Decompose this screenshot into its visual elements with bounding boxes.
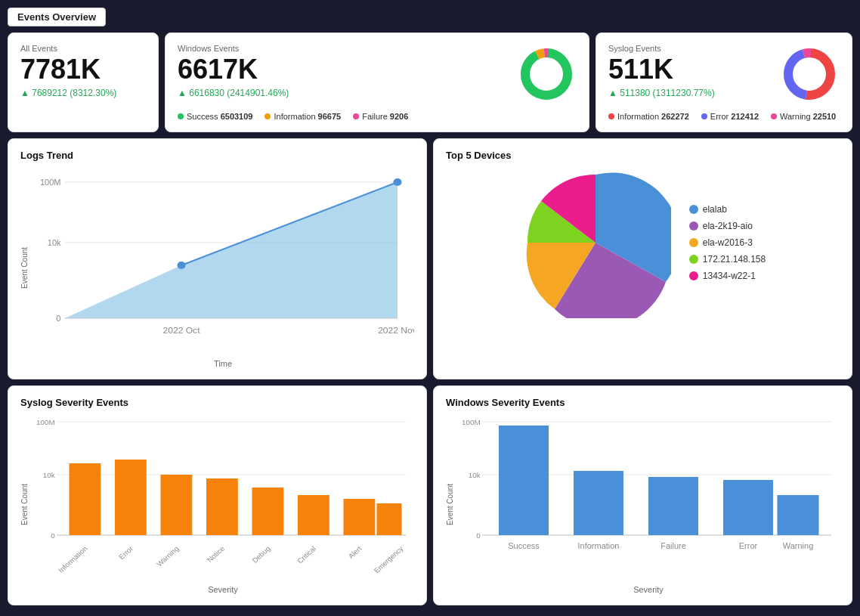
syslog-label: Syslog Events [608,44,715,53]
top-row: All Events 7781K 7689212 (8312.30%) Wind… [8,33,852,132]
elalab-dot [689,205,698,214]
svg-rect-32 [206,478,238,535]
svg-text:100M: 100M [462,418,481,426]
info-label: Information 96675 [274,112,341,121]
windows-top: Windows Events 6617K 6616830 (2414901.46… [178,44,577,104]
dashboard: Events Overview All Events 7781K 7689212… [8,8,852,605]
svg-point-9 [794,59,824,89]
svg-text:100M: 100M [40,178,60,186]
syslog-sev-inner: 100M 10k 0 [32,414,414,594]
syslog-events-card: Syslog Events 511K 511380 (1311230.77%) [596,33,852,132]
middle-row: Logs Trend Event Count 100M 10k 0 [8,138,852,379]
all-events-label: All Events [20,44,146,53]
legend-elaw2016: ela-w2016-3 [689,237,766,248]
bottom-row: Syslog Severity Events Event Count 100M … [8,385,852,605]
all-events-delta: 7689212 (8312.30%) [20,88,146,98]
syslog-left: Syslog Events 511K 511380 (1311230.77%) [608,44,715,98]
legend-ela2k19: ela-2k19-aio [689,221,766,231]
syslog-sev-title: Syslog Severity Events [20,397,414,408]
svg-rect-35 [344,499,376,535]
svg-rect-30 [115,460,147,535]
svg-text:Failure: Failure [660,541,686,549]
windows-donut [516,44,577,104]
svg-text:Notice: Notice [205,544,226,563]
svg-text:Warning: Warning [155,544,181,568]
svg-text:Critical: Critical [295,544,318,565]
elalab-label: elalab [703,204,727,215]
top5-title: Top 5 Devices [446,150,840,161]
windows-value: 6617K [178,54,289,85]
svg-marker-16 [65,182,398,318]
windows-legend-failure: Failure 9206 [353,112,408,121]
syslog-warning-label: Warning 22510 [780,112,836,121]
svg-text:Emergency: Emergency [372,544,405,574]
all-events-value: 7781K [20,54,146,85]
syslog-value: 511K [608,54,715,85]
windows-label: Windows Events [178,44,289,53]
svg-rect-34 [298,495,329,535]
syslog-legend-error: Error 212412 [701,112,759,121]
top5-pie [520,167,671,318]
failure-dot [353,113,359,119]
syslog-info-label: Information 262272 [617,112,689,121]
elaw2016-dot [689,238,698,247]
title-badge: Events Overview [8,8,106,26]
svg-text:0: 0 [476,531,481,539]
windows-sev-x-label: Severity [457,585,840,594]
windows-severity-card: Windows Severity Events Event Count 100M… [433,385,852,605]
windows-events-card: Windows Events 6617K 6616830 (2414901.46… [165,33,589,132]
logs-chart-inner: 100M 10k 0 2022 Oct [32,167,414,368]
top5-content: elalab ela-2k19-aio ela-w2016-3 172.21.1… [446,167,840,318]
svg-rect-55 [723,480,773,535]
svg-text:10k: 10k [48,238,62,246]
success-dot [178,113,184,119]
all-events-card: All Events 7781K 7689212 (8312.30%) [8,33,159,132]
svg-rect-36 [377,503,402,535]
windows-sev-wrapper: Event Count 100M 10k 0 [446,414,840,594]
legend-172: 172.21.148.158 [689,254,766,265]
syslog-legend: Information 262272 Error 212412 Warning … [608,112,840,121]
svg-text:Error: Error [739,541,758,549]
syslog-delta: 511380 (1311230.77%) [608,88,715,98]
svg-text:2022 Oct: 2022 Oct [162,326,200,334]
top5-card: Top 5 Devices [433,138,852,379]
syslog-donut [779,44,840,104]
svg-text:Error: Error [117,544,135,561]
logs-trend-wrapper: Event Count 100M 10k 0 [20,167,414,368]
svg-text:0: 0 [51,531,55,539]
syslog-sev-wrapper: Event Count 100M 10k 0 [20,414,414,594]
windows-sev-title: Windows Severity Events [446,397,840,408]
svg-text:Debug: Debug [250,544,272,564]
top5-legend: elalab ela-2k19-aio ela-w2016-3 172.21.1… [689,204,766,281]
success-label: Success 6503109 [187,112,252,121]
w22-label: 13434-w22-1 [703,271,756,281]
windows-sev-y-label: Event Count [446,414,454,594]
svg-point-18 [394,178,402,186]
svg-text:10k: 10k [469,471,481,478]
syslog-info-dot [608,113,614,119]
windows-legend-info: Information 96675 [264,112,341,121]
logs-y-label: Event Count [20,167,29,368]
svg-text:Information: Information [578,541,620,549]
svg-rect-53 [574,471,623,535]
svg-rect-54 [648,477,698,535]
svg-point-17 [178,262,186,269]
svg-point-4 [531,59,561,89]
syslog-top: Syslog Events 511K 511380 (1311230.77%) [608,44,840,104]
syslog-legend-info: Information 262272 [608,112,689,121]
w22-dot [689,271,698,280]
svg-text:Success: Success [508,541,540,549]
svg-text:Information: Information [57,544,89,574]
syslog-legend-warning: Warning 22510 [771,112,836,121]
logs-trend-card: Logs Trend Event Count 100M 10k 0 [8,138,427,379]
syslog-warning-dot [771,113,777,119]
info-dot [264,113,271,119]
svg-text:2022 Nov: 2022 Nov [378,326,414,334]
legend-13434: 13434-w22-1 [689,271,766,281]
ela2k19-dot [689,221,698,231]
syslog-sev-y-label: Event Count [20,414,29,594]
windows-left: Windows Events 6617K 6616830 (2414901.46… [178,44,289,98]
syslog-severity-card: Syslog Severity Events Event Count 100M … [8,385,427,605]
svg-rect-52 [499,426,549,535]
svg-text:Warning: Warning [783,541,814,549]
